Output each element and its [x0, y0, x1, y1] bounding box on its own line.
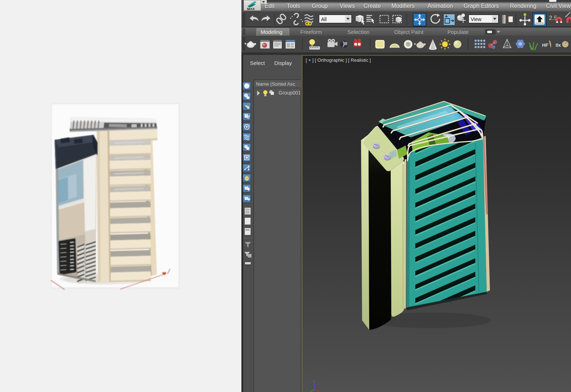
svg-text:0x: 0x [556, 42, 561, 48]
svg-text:Group001: Group001 [279, 90, 301, 96]
svg-text:View: View [471, 16, 482, 22]
svg-text:All: All [321, 16, 327, 22]
svg-text:MAX: MAX [247, 7, 255, 10]
svg-text:HF: HF [542, 42, 548, 48]
svg-text:z: z [313, 379, 315, 383]
